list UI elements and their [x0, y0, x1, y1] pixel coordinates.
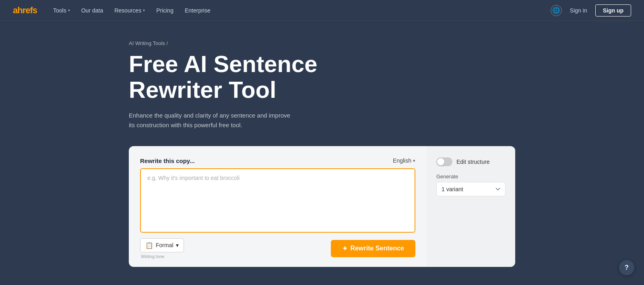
rewrite-button-label: Rewrite Sentence	[351, 245, 404, 252]
chevron-down-icon: ▾	[176, 242, 179, 248]
nav-tools[interactable]: Tools ▾	[48, 5, 75, 16]
breadcrumb: AI Writing Tools /	[129, 40, 515, 46]
chevron-down-icon: ▾	[413, 158, 415, 163]
help-button[interactable]: ?	[619, 260, 634, 275]
tone-icon: 📋	[145, 242, 153, 249]
page-subtitle: Enhance the quality and clarity of any s…	[129, 111, 298, 130]
logo-a: a	[13, 5, 17, 15]
sign-in-link[interactable]: Sign in	[567, 5, 590, 16]
chevron-down-icon: ▾	[143, 8, 145, 12]
tone-button[interactable]: 📋 Formal ▾	[140, 238, 184, 252]
language-selector[interactable]: English ▾	[393, 157, 415, 164]
nav-right: 🌐 Sign in Sign up	[551, 4, 631, 17]
logo-brand: hrefs	[17, 5, 37, 15]
chevron-down-icon: ▾	[68, 8, 70, 12]
spark-icon: ✦	[342, 245, 347, 252]
globe-icon[interactable]: 🌐	[551, 5, 562, 16]
generate-section: Generate 1 variant 2 variants 3 variants	[436, 173, 506, 196]
language-label: English	[393, 157, 411, 164]
nav-enterprise[interactable]: Enterprise	[180, 5, 215, 16]
page-title: Free AI Sentence Rewriter Tool	[129, 51, 411, 103]
copy-label: Rewrite this copy...	[140, 157, 195, 164]
copy-header: Rewrite this copy... English ▾	[140, 157, 415, 164]
nav-resources[interactable]: Resources ▾	[109, 5, 150, 16]
edit-structure-toggle[interactable]	[436, 157, 452, 166]
sign-up-button[interactable]: Sign up	[595, 4, 631, 17]
tone-label: Formal	[156, 242, 173, 248]
nav-pricing[interactable]: Pricing	[151, 5, 178, 16]
writing-tone-hint: Writing tone	[140, 254, 184, 259]
nav-links: Tools ▾ Our data Resources ▾ Pricing Ent…	[48, 5, 551, 16]
page-content: AI Writing Tools / Free AI Sentence Rewr…	[0, 21, 644, 285]
tone-section: 📋 Formal ▾ Writing tone	[140, 238, 184, 259]
variant-select[interactable]: 1 variant 2 variants 3 variants	[436, 182, 506, 196]
tool-bottom: 📋 Formal ▾ Writing tone ✦ Rewrite Senten…	[140, 238, 415, 259]
navbar: ahrefs Tools ▾ Our data Resources ▾ Pric…	[0, 0, 644, 21]
generate-label: Generate	[436, 173, 506, 180]
edit-structure-label: Edit structure	[456, 159, 489, 165]
tool-card: Rewrite this copy... English ▾ 📋 Formal …	[129, 146, 515, 267]
nav-our-data[interactable]: Our data	[76, 5, 108, 16]
tool-left-panel: Rewrite this copy... English ▾ 📋 Formal …	[129, 146, 427, 267]
rewrite-textarea[interactable]	[140, 168, 415, 233]
rewrite-sentence-button[interactable]: ✦ Rewrite Sentence	[331, 240, 415, 257]
edit-structure-row: Edit structure	[436, 157, 506, 166]
tool-right-panel: Edit structure Generate 1 variant 2 vari…	[427, 146, 515, 267]
logo[interactable]: ahrefs	[13, 5, 37, 16]
